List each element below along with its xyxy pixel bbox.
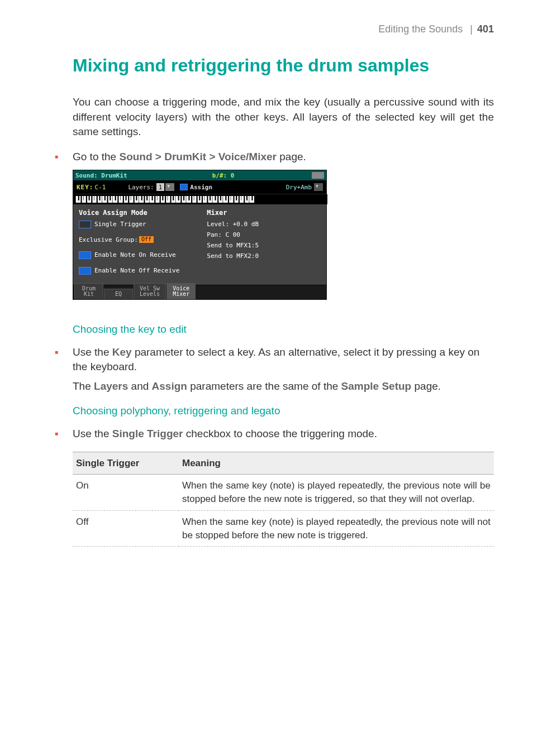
assign-checkbox[interactable] [180,184,188,190]
tab-voicemixer[interactable]: VoiceMixer [166,283,196,299]
svg-rect-55 [215,196,216,200]
dryamb-select[interactable]: Dry+Amb [286,184,312,191]
svg-rect-22 [128,196,129,203]
svg-rect-59 [225,196,226,200]
svg-rect-25 [136,196,137,200]
page-number: 401 [477,23,494,35]
mfx2-line[interactable]: Send to MFX2:0 [207,252,321,260]
enable-note-on-label: Enable Note On Receive [94,251,176,259]
voice-assign-panel: Voice Assign Mode Single Trigger Exclusi… [77,207,204,280]
svg-rect-64 [239,196,240,203]
svg-rect-45 [188,196,189,200]
p1-assign: Assign [152,380,187,392]
svg-rect-54 [212,196,213,203]
key-label: KEY: [77,184,94,191]
keyboard-ruler[interactable] [73,194,326,204]
page-title: Mixing and retriggering the drum samples [39,53,494,78]
running-header: Editing the Sounds |401 [39,22,494,36]
th-col1: Single Trigger [73,452,179,475]
svg-rect-57 [220,196,221,200]
tab-velsw[interactable]: Vel SwLevels [134,283,166,299]
table-row: Off When the same key (note) is played r… [73,510,494,547]
svg-rect-69 [251,196,253,200]
svg-rect-26 [139,196,139,203]
sep: | [465,23,477,35]
layers-dropdown-icon[interactable] [165,183,174,191]
svg-rect-67 [246,196,248,200]
voice-assign-heading: Voice Assign Mode [79,209,202,217]
menu-icon[interactable] [312,172,324,179]
mixer-panel: Mixer Level: +0.0 dB Pan: C 00 Send to M… [204,207,323,280]
p1-m: and [128,380,151,392]
bullet-icon: ■ [55,150,73,164]
subheading-poly: Choosing polyphony, retriggering and leg… [39,404,494,419]
p1-sample: Sample Setup [341,380,412,392]
svg-rect-34 [160,196,161,203]
device-screenshot: Sound: DrumKit b/#: 0 KEY: C-1 Layers: 1… [73,170,327,300]
section-name: Editing the Sounds [378,23,463,35]
enable-note-off-checkbox[interactable] [79,267,91,275]
svg-rect-16 [112,196,113,203]
svg-rect-12 [102,196,102,203]
svg-rect-30 [149,196,150,203]
svg-rect-41 [178,196,179,200]
b1-post: parameter to select a key. As an alterna… [73,346,479,373]
layers-value[interactable]: 1 [156,183,165,191]
svg-rect-9 [94,196,94,200]
assign-label: Assign [190,184,212,191]
row-off-meaning: When the same key (note) is played repea… [179,510,494,547]
svg-rect-2 [75,196,76,203]
tab-eq[interactable]: EQ [104,289,133,299]
ss-param-row: KEY: C-1 Layers: 1 Assign Dry+Amb [73,180,326,194]
bullet-icon: ■ [55,345,73,360]
svg-rect-33 [157,196,158,200]
svg-rect-27 [141,196,142,200]
svg-rect-68 [249,196,250,203]
b2-pre: Use the [73,428,112,439]
table-row: On When the same key (note) is played re… [73,475,494,511]
svg-rect-65 [241,196,241,200]
svg-rect-53 [210,196,211,200]
svg-rect-8 [91,196,92,203]
svg-rect-50 [202,196,203,203]
dryamb-dropdown-icon[interactable] [314,183,323,191]
svg-rect-23 [131,196,131,200]
svg-rect-60 [228,196,229,203]
svg-rect-7 [89,196,90,200]
key-bullet: ■ Use the Key parameter to select a key.… [39,345,494,375]
enable-note-off-label: Enable Note Off Receive [94,267,179,274]
th-col2: Meaning [179,452,494,475]
p1-post: page. [411,380,441,392]
svg-rect-43 [183,196,184,200]
svg-rect-21 [125,196,126,200]
nav-pre: Go to the [73,151,119,162]
nav-path: Sound > DrumKit > Voice/Mixer [119,151,277,162]
svg-rect-28 [144,196,145,203]
level-line[interactable]: Level: +0.0 dB [207,221,321,228]
ss-title-mid: b/#: 0 [212,172,312,179]
svg-rect-14 [107,196,108,203]
exclusive-group-value[interactable]: Off [139,236,154,243]
enable-note-on-checkbox[interactable] [79,251,91,259]
svg-rect-18 [117,196,118,203]
svg-rect-15 [110,196,111,200]
svg-rect-13 [104,196,106,200]
svg-rect-29 [146,196,147,200]
svg-rect-66 [244,196,245,203]
ss-titlebar: Sound: DrumKit b/#: 0 [73,170,326,180]
svg-rect-51 [204,196,205,200]
single-trigger-checkbox[interactable] [79,221,91,228]
pan-line[interactable]: Pan: C 00 [207,231,321,238]
mixer-heading: Mixer [207,209,321,217]
key-value[interactable]: C-1 [95,184,106,191]
b2-post: checkbox to choose the triggering mode. [183,428,377,439]
mfx1-line[interactable]: Send to MFX1:5 [207,242,321,249]
svg-rect-4 [80,196,82,203]
tab-drumkit[interactable]: DrumKit [74,283,103,299]
nav-post: page. [277,151,306,162]
nav-bullet: ■ Go to the Sound > DrumKit > Voice/Mixe… [39,150,494,165]
svg-rect-49 [199,196,200,200]
svg-rect-42 [180,196,182,203]
svg-rect-61 [231,196,231,200]
svg-rect-48 [196,196,197,203]
